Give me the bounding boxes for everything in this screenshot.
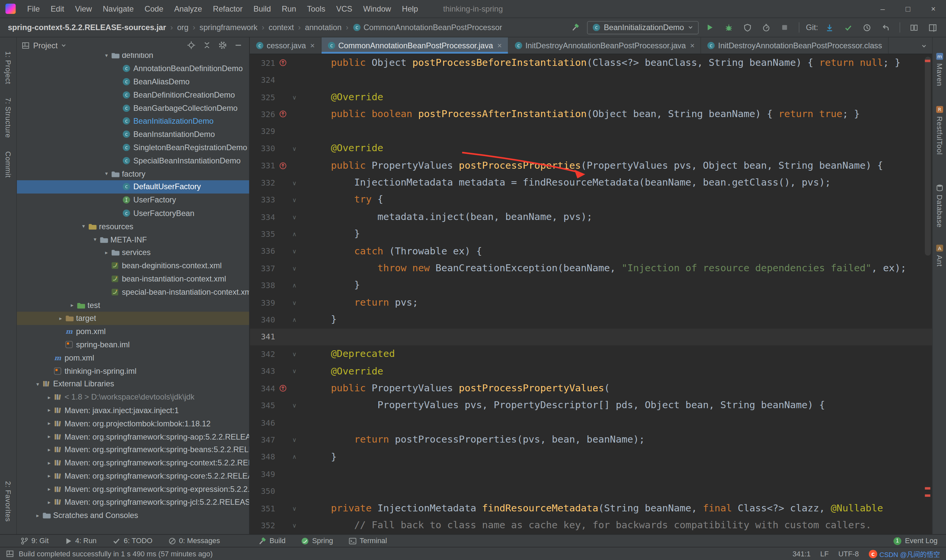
tool-stripe-maven[interactable]: mMaven <box>935 46 944 93</box>
gutter[interactable]: 346 <box>250 414 300 431</box>
rollback-button[interactable] <box>878 20 893 35</box>
expand-arrow-icon[interactable]: ▸ <box>45 407 54 413</box>
maximize-button[interactable]: □ <box>895 0 921 17</box>
line-number[interactable]: 342 <box>250 350 278 358</box>
editor-layout-button[interactable] <box>926 20 940 35</box>
project-panel-title[interactable]: Project <box>33 41 58 49</box>
hide-panel-button[interactable] <box>233 39 244 51</box>
tree-item-maven-org-springframework-spring-aop-5-2[interactable]: ▸Maven: org.springframework:spring-aop:5… <box>17 430 249 443</box>
gutter[interactable]: 336∨ <box>250 243 300 260</box>
vcs-commit-button[interactable] <box>841 20 856 35</box>
gutter[interactable]: 341 <box>250 328 300 346</box>
gutter[interactable]: 347∨ <box>250 431 300 449</box>
override-marker-icon[interactable] <box>277 59 288 66</box>
tool-stripe-database[interactable]: Database <box>935 177 944 234</box>
run-configuration-select[interactable]: cBeanInitializationDemo <box>587 21 698 34</box>
vcs-update-button[interactable] <box>822 20 837 35</box>
toolwindow-button-spring[interactable]: Spring <box>301 537 333 545</box>
tree-item-spring-bean-iml[interactable]: spring-bean.iml <box>17 338 249 351</box>
debug-button[interactable] <box>722 20 736 35</box>
gutter[interactable]: 326 <box>250 106 300 123</box>
tree-item-defaultuserfactory[interactable]: cDefaultUserFactory <box>17 180 249 194</box>
expand-arrow-icon[interactable]: ▸ <box>45 434 54 440</box>
menu-window[interactable]: Window <box>358 0 396 18</box>
line-number[interactable]: 330 <box>250 144 278 153</box>
toolwindow-button-terminal[interactable]: Terminal <box>349 537 387 545</box>
stop-button[interactable] <box>778 20 792 35</box>
breadcrumb-org[interactable]: org <box>177 23 188 32</box>
line-number[interactable]: 326 <box>250 110 278 119</box>
line-number[interactable]: 349 <box>250 470 278 478</box>
tree-item-external-libraries[interactable]: ▾External Libraries <box>17 377 249 391</box>
tree-item-beaninstantiationdemo[interactable]: cBeanInstantiationDemo <box>17 128 249 141</box>
tree-item-userfactorybean[interactable]: cUserFactoryBean <box>17 206 249 220</box>
gutter[interactable]: 352∨ <box>250 517 300 534</box>
line-number[interactable]: 340 <box>250 315 278 324</box>
tool-stripe-commit[interactable]: Commit <box>4 145 12 184</box>
tab-initdestroyannotationbeanpostprocessor-j[interactable]: cInitDestroyAnnotationBeanPostProcessor.… <box>508 37 701 54</box>
error-stripe-mark[interactable] <box>925 487 930 489</box>
breadcrumb-annotation[interactable]: annotation <box>305 23 342 32</box>
gutter[interactable]: 329 <box>250 123 300 140</box>
gutter[interactable]: 335∧ <box>250 226 300 243</box>
line-number[interactable]: 352 <box>250 521 278 530</box>
fold-marker-icon[interactable]: ∨ <box>288 505 300 512</box>
gutter[interactable]: 324 <box>250 71 300 89</box>
file-encoding[interactable]: UTF-8 <box>838 549 859 558</box>
tree-item-services[interactable]: ▸services <box>17 246 249 259</box>
run-with-coverage-button[interactable] <box>740 20 755 35</box>
fold-marker-icon[interactable]: ∨ <box>288 437 300 443</box>
fold-marker-icon[interactable]: ∨ <box>288 94 300 100</box>
tool-stripe-2-favorites[interactable]: 2: Favorites <box>4 474 12 528</box>
tool-windows-widget-icon[interactable] <box>6 550 14 558</box>
menu-help[interactable]: Help <box>396 0 424 18</box>
tree-item-maven-org-projectlombok-lombok-1-18-12[interactable]: ▸Maven: org.projectlombok:lombok:1.18.12 <box>17 417 249 430</box>
fold-marker-icon[interactable]: ∨ <box>288 351 300 358</box>
fold-end-marker-icon[interactable]: ∧ <box>288 317 300 323</box>
tree-item-maven-javax-inject-javax-inject-1[interactable]: ▸Maven: javax.inject:javax.inject:1 <box>17 403 249 417</box>
tree-item-annotationbeandefinitiondemo[interactable]: cAnnotationBeanDefinitionDemo <box>17 62 249 75</box>
error-stripe-mark[interactable] <box>925 494 930 497</box>
tree-item-userfactory[interactable]: IUserFactory <box>17 194 249 207</box>
breadcrumb-springframework[interactable]: springframework <box>200 23 257 32</box>
expand-arrow-icon[interactable]: ▸ <box>56 315 65 321</box>
menu-analyze[interactable]: Analyze <box>169 0 208 18</box>
collapse-arrow-icon[interactable]: ▾ <box>79 223 88 229</box>
expand-arrow-icon[interactable]: ▸ <box>33 512 42 518</box>
line-number[interactable]: 333 <box>250 195 278 205</box>
line-number[interactable]: 348 <box>250 452 278 462</box>
tree-item-maven-org-springframework-spring-context[interactable]: ▸Maven: org.springframework:spring-conte… <box>17 456 249 469</box>
line-number[interactable]: 336 <box>250 247 278 256</box>
tab-close-icon[interactable]: × <box>310 41 315 50</box>
fold-marker-icon[interactable]: ∨ <box>288 214 300 220</box>
history-button[interactable] <box>860 20 874 35</box>
expand-arrow-icon[interactable]: ▸ <box>45 420 54 426</box>
gutter[interactable]: 337∨ <box>250 260 300 277</box>
tree-item-singletonbeanregistrationdemo[interactable]: cSingletonBeanRegistrationDemo <box>17 141 249 154</box>
tree-item-pom-xml[interactable]: mpom.xml <box>17 325 249 338</box>
tab-cessor-java[interactable]: ccessor.java× <box>250 37 321 54</box>
code-viewport[interactable]: 321 public Object postProcessBeforeInsta… <box>250 54 932 534</box>
line-number[interactable]: 341 <box>250 332 278 342</box>
override-marker-icon[interactable] <box>277 162 288 169</box>
fold-marker-icon[interactable]: ∨ <box>288 402 300 409</box>
expand-arrow-icon[interactable]: ▸ <box>45 394 54 400</box>
tree-item-definition[interactable]: ▾definition <box>17 53 249 62</box>
expand-arrow-icon[interactable]: ▸ <box>45 499 54 505</box>
menu-file[interactable]: File <box>22 0 45 18</box>
editor-scrollbar[interactable] <box>924 54 932 534</box>
tab-close-icon[interactable]: × <box>497 41 502 50</box>
gutter[interactable]: 325∨ <box>250 89 300 106</box>
tab-commonannotationbeanpostprocessor-java[interactable]: cCommonAnnotationBeanPostProcessor.java× <box>321 37 508 54</box>
menu-navigate[interactable]: Navigate <box>97 0 139 18</box>
toolwindow-button-build[interactable]: Build <box>257 536 286 545</box>
tree-item-target[interactable]: ▸target <box>17 312 249 325</box>
gutter[interactable]: 339∨ <box>250 294 300 311</box>
gutter[interactable]: 342∨ <box>250 346 300 363</box>
tree-item-beanaliasdemo[interactable]: cBeanAliasDemo <box>17 75 249 88</box>
fold-end-marker-icon[interactable]: ∧ <box>288 454 300 460</box>
gutter[interactable]: 321 <box>250 54 300 71</box>
collapse-all-button[interactable] <box>201 39 213 51</box>
tree-item-special-bean-instantiation-context-xml[interactable]: special-bean-instantiation-context.xml <box>17 285 249 299</box>
line-number[interactable]: 345 <box>250 401 278 410</box>
